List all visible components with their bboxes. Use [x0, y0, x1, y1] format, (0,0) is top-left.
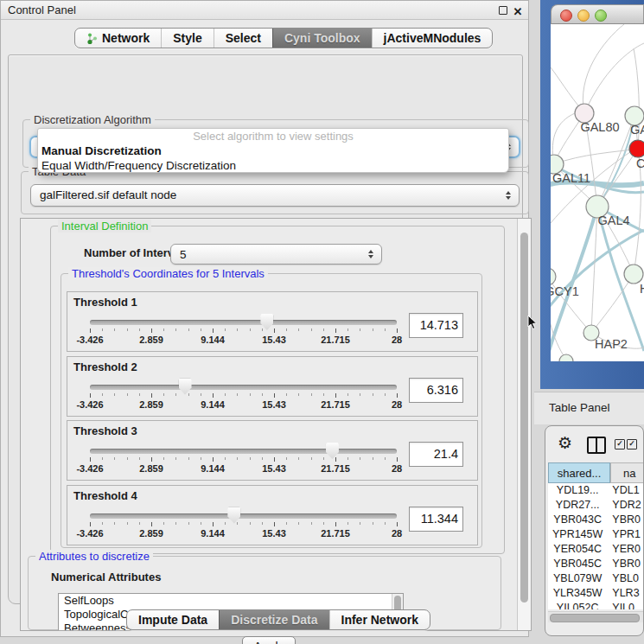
tick-mark — [188, 457, 189, 460]
scrollbar-thumb[interactable] — [550, 614, 640, 622]
cell-name: YBL0 — [607, 571, 644, 586]
gear-icon[interactable]: ⚙ — [558, 433, 572, 453]
tick-mark — [139, 457, 140, 460]
num-intervals-combobox[interactable]: 5 — [170, 244, 382, 265]
interval-definition-title: Interval Definition — [58, 220, 151, 233]
network-node-label: HAP2 — [595, 337, 628, 351]
table-row[interactable]: YIL052CYIL0 — [548, 601, 644, 609]
threshold-value-field[interactable]: 11.344 — [409, 507, 463, 532]
slider-track[interactable] — [90, 320, 397, 325]
table-row[interactable]: YPR145WYPR1 — [548, 527, 644, 542]
slider-track[interactable] — [90, 385, 397, 390]
table-data-group: Table Data galFiltered.sif default node — [21, 171, 529, 214]
tick-mark — [323, 328, 324, 331]
attributes-group-title: Attributes to discretize — [35, 550, 153, 563]
threshold-value-field[interactable]: 14.713 — [409, 313, 463, 338]
tick-mark — [274, 522, 275, 526]
tick-mark — [114, 457, 115, 460]
mouse-cursor — [527, 315, 538, 330]
slider-thumb[interactable] — [326, 443, 339, 459]
threshold-label: Threshold 4 — [73, 489, 137, 502]
table-panel-titlebar[interactable]: Table Panel — [534, 392, 644, 424]
tab-discretize-data[interactable]: Discretize Data — [219, 610, 328, 629]
mac-zoom-icon[interactable] — [595, 10, 607, 22]
mac-minimize-icon[interactable] — [577, 10, 590, 22]
table-row[interactable]: YBL079WYBL0 — [548, 571, 644, 586]
scale-label: 15.43 — [262, 463, 286, 474]
tab-network[interactable]: Network — [75, 29, 161, 48]
table-row[interactable]: YER054CYER0 — [548, 542, 644, 557]
float-window-icon[interactable] — [499, 6, 507, 15]
checkbox-icon[interactable]: ✓ — [627, 439, 637, 450]
cell-shared-name: YBR043C — [548, 513, 607, 527]
tab-impute-data[interactable]: Impute Data — [127, 610, 219, 629]
tick-mark — [373, 522, 373, 525]
table-row[interactable]: YBR043CYBR0 — [548, 513, 644, 527]
columns-icon[interactable] — [587, 437, 606, 454]
slider-thumb[interactable] — [179, 379, 192, 395]
threshold-value-field[interactable]: 21.4 — [409, 442, 463, 467]
apply-button[interactable]: Apply — [242, 636, 296, 644]
threshold-value-field[interactable]: 6.316 — [409, 378, 463, 403]
tab-label: jActiveMNodules — [384, 31, 481, 45]
tick-mark — [323, 457, 324, 460]
slider-thumb[interactable] — [227, 507, 240, 524]
scale-label: 2.859 — [139, 335, 163, 345]
dropdown-option-manual-discretization[interactable]: Manual Discretization — [38, 143, 508, 158]
scale-label: 9.144 — [201, 399, 225, 410]
tick-mark — [90, 328, 91, 333]
dropdown-option-equal-width-frequency-discretization[interactable]: Equal Width/Frequency Discretization — [38, 158, 508, 173]
slider-track[interactable] — [90, 449, 397, 454]
tick-mark — [348, 393, 348, 396]
tick-mark — [225, 522, 226, 525]
thresholds-group: Threshold's Coordinates for 5 Intervals … — [61, 273, 482, 548]
scale-label: -3.426 — [76, 399, 103, 410]
cyni-toolbox-panel: Discretization Algorithm Select algorith… — [8, 54, 523, 604]
tick-mark — [225, 457, 226, 460]
close-icon[interactable]: ✕ — [511, 3, 525, 21]
tab-infer-network[interactable]: Infer Network — [329, 610, 430, 629]
table-row[interactable]: YBR045CYBR0 — [548, 557, 644, 571]
network-window-titlebar[interactable] — [551, 4, 644, 24]
tick-mark — [250, 328, 251, 331]
tick-mark — [151, 522, 152, 526]
column-header-name[interactable]: na — [610, 462, 644, 483]
tick-mark — [250, 522, 251, 525]
control-panel-titlebar[interactable]: Control Panel ✕ — [1, 1, 528, 20]
tick-mark — [323, 522, 324, 525]
threshold-row-2: Threshold 2-3.4262.8599.14415.4321.71528… — [67, 356, 478, 417]
scrollbar-thumb[interactable] — [520, 233, 528, 603]
algorithm-dropdown-popup: Select algorithm to view settingsManual … — [37, 128, 509, 173]
attribute-item-selfloops[interactable]: SelfLoops — [59, 594, 403, 608]
network-node-gcy1[interactable] — [551, 268, 556, 285]
tab-style[interactable]: Style — [161, 29, 213, 48]
table-data-combobox[interactable]: galFiltered.sif default node — [30, 184, 520, 207]
tab-cyni-toolbox[interactable]: Cyni Toolbox — [272, 29, 372, 48]
network-node-h[interactable] — [624, 265, 643, 284]
tick-mark — [335, 393, 336, 398]
horizontal-scrollbar[interactable] — [548, 611, 644, 622]
network-node[interactable] — [559, 354, 573, 361]
cell-shared-name: YBL079W — [548, 571, 607, 586]
slider-track[interactable] — [90, 513, 397, 519]
checkbox-icon[interactable]: ✓ — [615, 439, 625, 450]
network-node-c[interactable] — [629, 140, 644, 157]
column-header-shared-name[interactable]: shared... — [548, 462, 610, 483]
tick-mark — [175, 522, 176, 525]
tab-select[interactable]: Select — [214, 29, 272, 48]
tick-mark — [397, 457, 398, 462]
cell-name: YBR0 — [607, 557, 644, 571]
network-node-label: GAL11 — [552, 171, 590, 185]
vertical-scrollbar[interactable] — [517, 219, 531, 630]
tick-mark — [237, 457, 238, 460]
table-row[interactable]: YDR27...YDR2 — [548, 498, 644, 513]
threshold-label: Threshold 2 — [73, 360, 137, 373]
table-row[interactable]: YDL19...YDL1 — [548, 483, 644, 498]
network-edge — [584, 43, 644, 113]
network-canvas[interactable]: GAL80GACGAL11GAL4GCY1HHAP2 — [551, 24, 644, 361]
table-row[interactable]: YLR345WYLR3 — [548, 586, 644, 601]
mac-close-icon[interactable] — [560, 10, 572, 22]
tab-label: Select — [226, 31, 261, 45]
control-panel-window: Control Panel ✕ NetworkStyleSelectCyni T… — [0, 0, 529, 637]
tab-jactivemnodules[interactable]: jActiveMNodules — [372, 29, 493, 48]
